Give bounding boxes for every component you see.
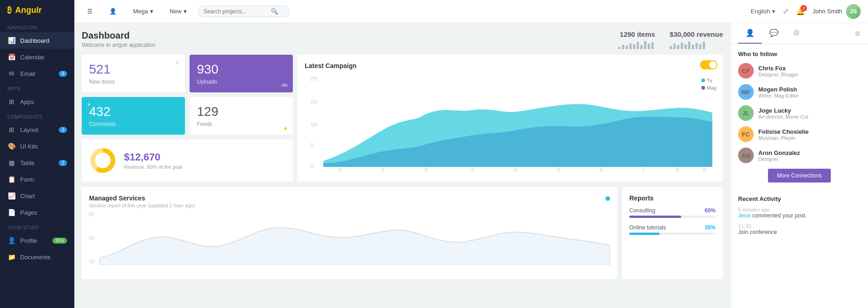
sidebar-label-email: Email: [20, 70, 35, 77]
sidebar-item-layout[interactable]: ⊞ Layout 3: [0, 121, 74, 138]
nav-section-label: Navigation: [0, 21, 74, 32]
new-dropdown-button[interactable]: New ▾: [164, 6, 192, 17]
topnav: ☰ 👤 Mega ▾ New ▾ 🔍 English ▾ ⤢ 🔔 2: [74, 0, 868, 23]
tab-chat[interactable]: 💬: [762, 23, 786, 44]
follow-name-arongonzalez: Aron Gonzalez: [758, 149, 800, 156]
sidebar-item-dashboard[interactable]: 📊 Dashboard ›: [0, 32, 74, 49]
svg-text:0: 0: [338, 167, 342, 172]
language-selector[interactable]: English ▾: [750, 8, 775, 15]
svg-text:5: 5: [310, 143, 314, 148]
sidebar-label-chart: Chart: [20, 193, 35, 200]
svg-text:8: 8: [676, 167, 679, 172]
items-mini-chart: [618, 40, 655, 49]
metric-card-newitems: ▲ 521 New items: [82, 55, 185, 92]
form-icon: 📋: [7, 175, 16, 183]
sidebar-item-profile[interactable]: 👤 Profile 30%: [0, 232, 74, 249]
metric-num-uploads: 930: [197, 62, 286, 77]
follow-role-jogelucky: Art director, Movie Cut: [758, 114, 808, 120]
y-axis-50: 50: [89, 236, 98, 241]
expand-button[interactable]: ⤢: [783, 7, 789, 16]
metric-num-newitems: 521: [89, 62, 178, 77]
right-panel-tabs: 👤 💬 ⚙ ⚙: [731, 23, 868, 44]
svg-rect-6: [640, 45, 643, 49]
more-connections-button[interactable]: More Connections: [768, 169, 831, 183]
items-stat-value: 1290 items: [618, 30, 655, 38]
hamburger-icon: ☰: [87, 8, 93, 15]
notifications-bell[interactable]: 🔔 2: [796, 7, 805, 16]
campaign-toggle[interactable]: [700, 60, 717, 69]
table-badge: 2: [59, 160, 67, 166]
avatar-jogelucky: JL: [738, 105, 754, 121]
sidebar-item-chart[interactable]: 📈 Chart: [0, 188, 74, 204]
svg-rect-16: [692, 45, 694, 49]
campaign-legend: Tv Mag: [701, 78, 717, 91]
svg-text:7: 7: [641, 167, 645, 172]
avatar-folisise: FC: [738, 126, 754, 142]
page-title: Dashboard: [82, 30, 156, 41]
tab-settings-panel[interactable]: ⚙: [786, 23, 807, 44]
search-input[interactable]: [204, 8, 268, 15]
dashboard-icon: 📊: [7, 36, 16, 45]
sidebar-item-form[interactable]: 📋 Form ›: [0, 171, 74, 188]
content-area: Dashboard Welcome to angulr application …: [74, 23, 868, 308]
tab-people[interactable]: 👤: [738, 23, 762, 44]
email-icon: ✉: [7, 69, 16, 78]
panel-gear-button[interactable]: ⚙: [855, 23, 861, 44]
svg-rect-14: [684, 44, 687, 49]
mag-legend-dot: [701, 86, 705, 90]
logo-name: Angulr: [15, 6, 42, 15]
managed-card: Managed Services Service report of this …: [82, 187, 617, 279]
report-name-consulting: Consulting: [629, 207, 655, 214]
topnav-right: English ▾ ⤢ 🔔 2 John Smith JS: [750, 4, 861, 19]
follow-role-folisise: Musician, Player: [758, 135, 809, 141]
sidebar-item-pages[interactable]: 📄 Pages ›: [0, 204, 74, 221]
svg-text:15: 15: [310, 99, 318, 104]
follow-name-chrisfox: Chris Fox: [758, 65, 798, 72]
main-content: Dashboard Welcome to angulr application …: [74, 23, 730, 308]
activity-time-jessi: 5 minutes ago: [738, 207, 861, 212]
metric-label-newitems: New items: [89, 79, 178, 85]
new-label: New: [170, 8, 182, 15]
search-box[interactable]: 🔍: [198, 6, 290, 17]
activity-text-jessi: Jessi commented your post.: [738, 212, 861, 219]
user-button[interactable]: 👤: [104, 6, 122, 17]
report-item-consulting: Consulting 60%: [629, 207, 716, 218]
apps-icon: ⊞: [7, 97, 16, 106]
sidebar-item-apps[interactable]: ⊞ Apps ›: [0, 93, 74, 110]
activity-link-jessi[interactable]: Jessi: [738, 212, 750, 219]
mega-chevron-icon: ▾: [150, 8, 153, 15]
svg-text:0: 0: [310, 164, 314, 169]
activity-time-conference: 11:30: [738, 223, 861, 229]
tv-legend-label: Tv: [707, 78, 712, 83]
hamburger-button[interactable]: ☰: [82, 6, 98, 17]
follow-item-chrisfox: CF Chris Fox Designer, Blogger: [738, 63, 861, 79]
sidebar-label-profile: Profile: [20, 237, 37, 244]
mega-label: Mega: [133, 8, 148, 15]
mega-dropdown-button[interactable]: Mega ▾: [128, 6, 159, 17]
svg-text:3: 3: [470, 167, 474, 172]
user-menu[interactable]: John Smith JS: [812, 4, 861, 19]
sidebar-item-calendar[interactable]: 📅 Calendar: [0, 49, 74, 65]
form-chevron-icon: ›: [66, 177, 67, 182]
chart-icon: 📈: [7, 192, 16, 200]
lang-chevron-icon: ▾: [772, 8, 775, 15]
dashboard-header: Dashboard Welcome to angulr application …: [82, 30, 723, 49]
report-name-tutorials: Online tutorials: [629, 224, 666, 231]
layout-badge: 3: [59, 127, 67, 133]
right-panel: 👤 💬 ⚙ ⚙ Who to follow CF Chris Fox Desig…: [730, 23, 868, 308]
who-to-follow-title: Who to follow: [738, 51, 861, 57]
sidebar-item-documents[interactable]: 📁 Documents: [0, 249, 74, 265]
svg-text:20: 20: [310, 76, 318, 81]
avatar-chrisfox: CF: [738, 63, 754, 79]
svg-rect-7: [644, 41, 646, 49]
follow-role-chrisfox: Designer, Blogger: [758, 72, 798, 77]
svg-rect-18: [699, 44, 701, 49]
report-pct-consulting: 60%: [705, 207, 716, 214]
email-badge: 9: [59, 71, 67, 77]
sidebar-item-email[interactable]: ✉ Email 9: [0, 65, 74, 82]
svg-rect-0: [618, 47, 621, 49]
user-icon: 👤: [109, 8, 117, 15]
sidebar-item-uikits[interactable]: 🎨 UI Kits ›: [0, 138, 74, 154]
sidebar-item-table[interactable]: ▦ Table 2: [0, 154, 74, 171]
profile-icon: 👤: [7, 236, 16, 245]
